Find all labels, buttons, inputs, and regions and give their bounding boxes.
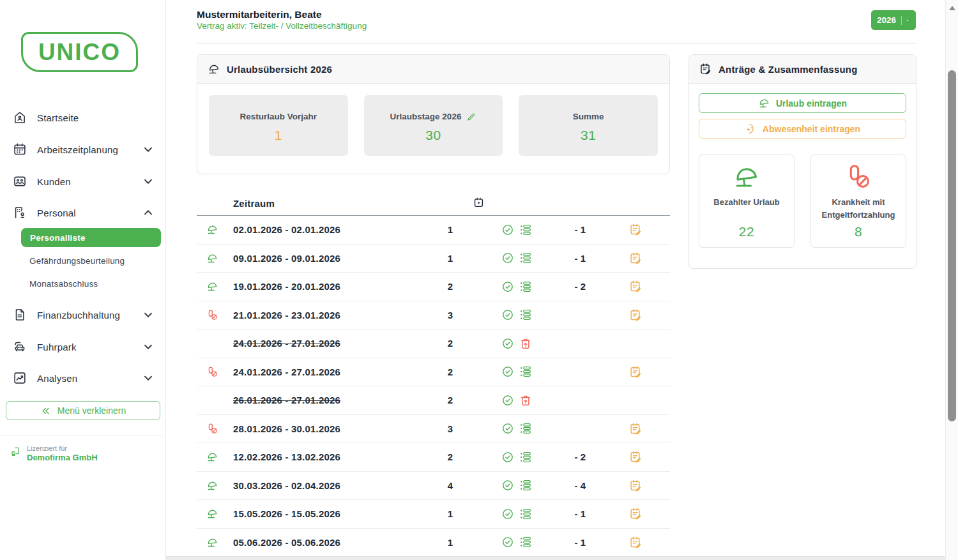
log-list-icon[interactable] xyxy=(519,223,532,236)
stat-card-resturlaub: Resturlaub Vorjahr 1 xyxy=(209,95,348,156)
year-select[interactable]: 2026 xyxy=(871,10,916,30)
table-row: 15.05.2026 - 15.05.20261- 1 xyxy=(197,500,670,529)
days-count: 1 xyxy=(431,537,469,548)
approved-check-icon[interactable] xyxy=(501,451,514,464)
balance-value: - 1 xyxy=(546,253,586,264)
finance-document-icon xyxy=(13,308,27,322)
vacation-umbrella-icon xyxy=(206,451,218,463)
balance-value: - 1 xyxy=(546,537,586,548)
log-list-icon[interactable] xyxy=(519,422,532,435)
sidebar-item-finanzbuchhaltung[interactable]: Finanzbuchhaltung xyxy=(13,304,155,326)
sidebar-item-personalliste[interactable]: Personalliste xyxy=(21,228,161,247)
sidebar-item-personal[interactable]: Personal xyxy=(13,202,155,223)
summary-card-bezahlter-urlaub: Bezahlter Urlaub 22 xyxy=(699,155,795,248)
log-list-icon[interactable] xyxy=(519,536,532,549)
cancelled-trash-icon[interactable] xyxy=(519,394,532,407)
log-list-icon[interactable] xyxy=(519,280,532,293)
edit-entry-icon[interactable] xyxy=(629,536,642,549)
period-range: 09.01.2026 - 09.01.2026 xyxy=(233,253,431,264)
log-list-icon[interactable] xyxy=(519,365,532,378)
edit-entry-icon[interactable] xyxy=(629,479,642,492)
stat-label: Resturlaub Vorjahr xyxy=(240,112,317,121)
table-row: 24.01.2026 - 27.01.20262 xyxy=(197,329,670,358)
approved-check-icon[interactable] xyxy=(501,280,514,293)
cancelled-trash-icon[interactable] xyxy=(519,337,532,350)
days-count: 3 xyxy=(431,423,469,434)
stat-value: 1 xyxy=(209,128,348,143)
sidebar-item-fuhrpark[interactable]: Fuhrpark xyxy=(13,336,155,358)
customers-icon xyxy=(13,174,27,188)
period-range: 24.01.2026 - 27.01.2026 xyxy=(233,367,431,377)
summary-card-label: Krankheit mit Entgeltfortzahlung xyxy=(811,196,906,222)
edit-entry-icon[interactable] xyxy=(629,365,642,379)
double-chevron-left-icon xyxy=(40,405,51,416)
analytics-chart-icon xyxy=(13,371,27,385)
edit-pencil-icon[interactable] xyxy=(466,112,476,122)
approved-check-icon[interactable] xyxy=(501,479,514,492)
log-list-icon[interactable] xyxy=(519,479,532,492)
edit-entry-icon[interactable] xyxy=(629,507,642,520)
sidebar-divider xyxy=(0,435,165,435)
horizontal-scrollbar[interactable] xyxy=(166,556,945,560)
vacation-umbrella-icon xyxy=(206,508,218,520)
vertical-scrollbar[interactable] xyxy=(945,0,958,560)
days-count: 3 xyxy=(431,310,469,321)
log-list-icon[interactable] xyxy=(519,451,532,464)
edit-entry-icon[interactable] xyxy=(629,450,642,464)
sickness-icon xyxy=(206,423,218,435)
vacation-umbrella-icon xyxy=(206,280,218,292)
approved-check-icon[interactable] xyxy=(501,223,514,236)
sidebar-item-arbeitszeitplanung[interactable]: Arbeitszeitplanung xyxy=(13,139,155,160)
collapse-menu-button[interactable]: Menü verkleinern xyxy=(6,401,160,420)
edit-entry-icon[interactable] xyxy=(629,280,642,293)
period-range: 24.01.2026 - 27.01.2026 xyxy=(233,338,431,349)
caret-down-icon xyxy=(901,16,910,25)
approved-check-icon[interactable] xyxy=(501,508,514,520)
add-vacation-button[interactable]: Urlaub eintragen xyxy=(699,93,906,113)
approved-check-icon[interactable] xyxy=(501,422,514,435)
edit-entry-icon[interactable] xyxy=(629,252,642,265)
approved-check-icon[interactable] xyxy=(501,252,514,264)
period-range: 05.06.2026 - 05.06.2026 xyxy=(233,537,431,548)
sidebar-item-gefaehrdungsbeurteilung[interactable]: Gefährdungsbeurteilung xyxy=(29,254,155,268)
sidebar-item-label: Fuhrpark xyxy=(37,342,131,352)
approved-check-icon[interactable] xyxy=(501,308,514,321)
balance-value: - 1 xyxy=(546,508,586,519)
chevron-down-icon xyxy=(141,340,155,354)
approved-check-icon[interactable] xyxy=(501,536,514,549)
summary-card-krankheit: Krankheit mit Entgeltfortzahlung 8 xyxy=(810,155,906,248)
vacation-table: Zeitraum 02.01.2026 - 02.01.20261- 109.0… xyxy=(197,192,670,557)
table-row: 19.01.2026 - 20.01.20262- 2 xyxy=(197,273,670,301)
log-list-icon[interactable] xyxy=(519,252,532,264)
stat-label: Urlaubstage 2026 xyxy=(390,112,462,121)
vacation-umbrella-icon xyxy=(206,480,218,492)
umbrella-icon xyxy=(733,163,761,191)
fleet-car-icon xyxy=(13,340,27,354)
edit-entry-icon[interactable] xyxy=(629,422,642,435)
period-range: 02.01.2026 - 02.01.2026 xyxy=(233,224,431,235)
log-list-icon[interactable] xyxy=(519,508,532,520)
sidebar-item-analysen[interactable]: Analysen xyxy=(13,367,155,389)
days-count: 1 xyxy=(431,253,469,264)
approved-check-icon[interactable] xyxy=(501,394,514,407)
sidebar-item-monatsabschluss[interactable]: Monatsabschluss xyxy=(29,276,155,291)
vacation-umbrella-icon xyxy=(206,223,218,236)
umbrella-icon xyxy=(758,97,770,109)
add-absence-button[interactable]: Abwesenheit eintragen xyxy=(699,119,906,139)
edit-entry-icon[interactable] xyxy=(629,223,642,236)
summary-card-value: 22 xyxy=(699,224,794,239)
scroll-up-arrow[interactable] xyxy=(949,6,955,10)
header-divider xyxy=(197,43,916,43)
sidebar-item-kunden[interactable]: Kunden xyxy=(13,170,155,192)
sidebar-item-startseite[interactable]: Startseite xyxy=(13,107,155,128)
table-row: 05.06.2026 - 05.06.20261- 1 xyxy=(197,529,670,557)
log-list-icon[interactable] xyxy=(519,308,532,321)
approved-check-icon[interactable] xyxy=(501,337,514,350)
scrollbar-thumb[interactable] xyxy=(948,70,956,421)
edit-entry-icon[interactable] xyxy=(629,308,642,322)
approved-check-icon[interactable] xyxy=(501,365,514,378)
table-header: Zeitraum xyxy=(197,192,670,216)
table-row: 30.03.2026 - 02.04.20264- 4 xyxy=(197,472,670,501)
table-row: 26.01.2026 - 27.01.20262 xyxy=(197,386,670,415)
license-info: Lizenziert für Demofirma GmbH xyxy=(10,444,98,462)
